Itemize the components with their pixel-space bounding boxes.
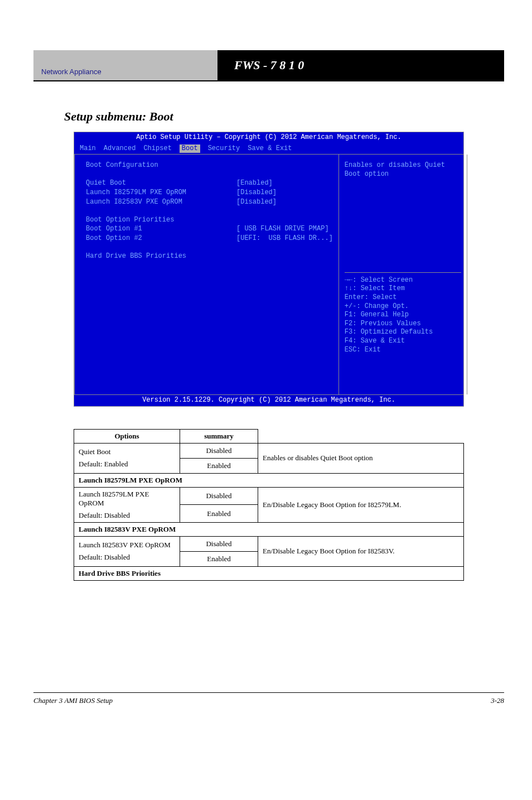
bios-key-hint: F2: Previous Values xyxy=(345,320,461,329)
option-value: Enabled xyxy=(180,551,258,566)
header-left: Network Appliance xyxy=(33,50,217,80)
bios-key-hint: →←: Select Screen xyxy=(345,276,461,285)
option-summary: En/Disable Legacy Boot Option for I82583… xyxy=(258,536,464,566)
section-title: Setup submenu: Boot xyxy=(64,109,504,124)
bios-option-value: [Disabled] xyxy=(236,198,277,207)
table-group-label: Hard Drive BBS Priorities xyxy=(74,566,464,580)
table-group-label: Launch I82583V PXE OpROM xyxy=(74,522,464,536)
bios-title-bar: Aptio Setup Utility – Copyright (C) 2012… xyxy=(74,132,463,143)
option-value: Enabled xyxy=(180,505,258,523)
bios-tab-main[interactable]: Main xyxy=(80,144,96,153)
bios-option-row[interactable]: Launch I82579LM PXE OpROM[Disabled] xyxy=(86,189,333,197)
footer-right: 3-28 xyxy=(491,696,504,705)
option-value: Enabled xyxy=(180,458,258,473)
bios-option-row[interactable]: Quiet Boot[Enabled] xyxy=(86,179,333,188)
bios-tab-chipset[interactable]: Chipset xyxy=(143,144,171,153)
bios-option-value: [ USB FLASH DRIVE PMAP] xyxy=(236,225,329,234)
bios-option-row[interactable]: Launch I82583V PXE OpROM[Disabled] xyxy=(86,198,333,207)
bios-option-row[interactable]: Boot Option #2[UEFI: USB FLASH DR...] xyxy=(86,234,333,243)
bios-heading[interactable]: Boot Option Priorities xyxy=(86,216,333,225)
bios-heading[interactable]: Boot Configuration xyxy=(86,161,333,170)
bios-key-hint: F1: General Help xyxy=(345,311,461,320)
bios-option-value: [Disabled] xyxy=(236,189,277,197)
th-options: Options xyxy=(74,429,180,443)
th-summary: summary xyxy=(180,429,258,443)
page-footer: Chapter 3 AMI BIOS Setup 3-28 xyxy=(33,692,504,705)
bios-key-hint: Enter: Select xyxy=(345,293,461,302)
bios-option-label: Quiet Boot xyxy=(86,179,236,188)
bios-option-row[interactable]: Boot Option #1[ USB FLASH DRIVE PMAP] xyxy=(86,225,333,234)
bios-key-hint: F4: Save & Exit xyxy=(345,337,461,346)
bios-key-hint: F3: Optimized Defaults xyxy=(345,328,461,337)
option-summary: En/Disable Legacy Boot Option for I82579… xyxy=(258,487,464,522)
option-name-cell: Launch I82579LM PXE OpROMDefault: Disabl… xyxy=(74,487,180,522)
bios-option-label: Boot Option #1 xyxy=(86,225,236,234)
bios-option-label: Launch I82579LM PXE OpROM xyxy=(86,189,236,197)
option-name-cell: Launch I82583V PXE OpROMDefault: Disable… xyxy=(74,536,180,566)
bios-option-label: Launch I82583V PXE OpROM xyxy=(86,198,236,207)
doc-header: Network Appliance FWS - 7 8 1 0 xyxy=(33,50,504,81)
option-summary: Enables or disables Quiet Boot option xyxy=(258,443,464,473)
bios-tab-boot[interactable]: Boot xyxy=(180,144,200,153)
bios-main-panel: Boot Configuration Quiet Boot[Enabled]La… xyxy=(74,155,339,394)
bios-key-legend: →←: Select Screen↑↓: Select ItemEnter: S… xyxy=(345,272,461,354)
bios-footer: Version 2.15.1229. Copyright (C) 2012 Am… xyxy=(74,394,463,406)
option-value: Disabled xyxy=(180,443,258,458)
table-group-label: Launch I82579LM PXE OpROM xyxy=(74,473,464,487)
options-table: Options summary Quiet BootDefault: Enabl… xyxy=(74,429,464,581)
bios-key-hint: ↑↓: Select Item xyxy=(345,285,461,293)
footer-left: Chapter 3 AMI BIOS Setup xyxy=(33,696,113,705)
bios-key-hint: ESC: Exit xyxy=(345,346,461,355)
option-value: Disabled xyxy=(180,536,258,551)
bios-key-hint: +/-: Change Opt. xyxy=(345,302,461,311)
bios-tab-security[interactable]: Security xyxy=(208,144,240,153)
bios-heading[interactable]: Hard Drive BBS Priorities xyxy=(86,252,333,261)
bios-screen: Aptio Setup Utility – Copyright (C) 2012… xyxy=(74,132,464,407)
bios-tab-save-exit[interactable]: Save & Exit xyxy=(248,144,292,153)
bios-option-value: [UEFI: USB FLASH DR...] xyxy=(236,234,333,243)
bios-help-text: Enables or disables Quiet Boot option xyxy=(345,161,461,179)
bios-tab-advanced[interactable]: Advanced xyxy=(104,144,136,153)
bios-side-panel: Enables or disables Quiet Boot option →←… xyxy=(339,155,467,394)
option-value: Disabled xyxy=(180,487,258,505)
header-model: FWS - 7 8 1 0 xyxy=(217,50,504,80)
option-name-cell: Quiet BootDefault: Enabled xyxy=(74,443,180,473)
bios-option-label: Boot Option #2 xyxy=(86,234,236,243)
bios-option-value: [Enabled] xyxy=(236,179,273,188)
bios-tab-bar: MainAdvancedChipsetBootSecuritySave & Ex… xyxy=(74,143,463,155)
